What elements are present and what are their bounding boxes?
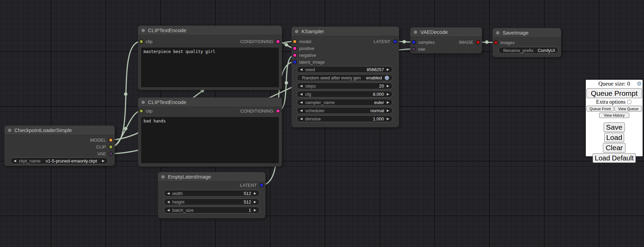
steps-value: 20 <box>379 83 384 89</box>
collapse-dot-icon[interactable] <box>414 30 417 34</box>
queue-prompt-button[interactable]: Queue Prompt <box>586 88 642 98</box>
decrement-arrow-icon[interactable]: ◀ <box>300 68 302 71</box>
filename-prefix-widget[interactable]: filename_prefix ComfyUI <box>498 47 558 54</box>
vae-input-port[interactable] <box>411 47 416 51</box>
increment-arrow-icon[interactable]: ▶ <box>254 192 256 195</box>
negative-prompt-textarea[interactable]: bad hands <box>141 117 279 163</box>
latent-image-input-port[interactable] <box>293 60 297 64</box>
increment-arrow-icon[interactable]: ▶ <box>254 209 256 212</box>
model-input-port[interactable] <box>293 39 297 44</box>
clip-output-port[interactable] <box>109 145 113 149</box>
latent-output-port[interactable] <box>259 183 264 187</box>
output-label: VAE <box>97 151 106 156</box>
node-checkpoint-loader[interactable]: CheckpointLoaderSimple MODEL CLIP VAE ◀ … <box>4 126 115 166</box>
node-clip-text-encode-negative[interactable]: CLIPTextEncode clip CONDITIONING bad han… <box>138 98 282 167</box>
increment-arrow-icon[interactable]: ▶ <box>387 117 389 120</box>
positive-input-port[interactable] <box>293 46 297 51</box>
vae-output-port[interactable] <box>109 152 113 156</box>
image-output-port[interactable] <box>476 40 480 44</box>
node-title-bar[interactable]: CLIPTextEncode <box>138 98 282 107</box>
collapse-dot-icon[interactable] <box>295 30 298 33</box>
output-label: LATENT <box>374 39 391 44</box>
save-button[interactable]: Save <box>604 122 625 132</box>
decrement-arrow-icon[interactable]: ◀ <box>300 101 302 104</box>
collapse-dot-icon[interactable] <box>141 101 145 104</box>
denoise-value: 1.000 <box>373 116 384 121</box>
increment-arrow-icon[interactable]: ▶ <box>387 84 389 88</box>
width-widget[interactable]: ◀ width 512 ▶ <box>164 190 260 197</box>
increment-arrow-icon[interactable]: ▶ <box>387 109 389 112</box>
decrement-arrow-icon[interactable]: ◀ <box>300 117 302 120</box>
node-title-bar[interactable]: SaveImage <box>493 28 561 38</box>
input-label: vae <box>418 47 425 52</box>
node-vae-decode[interactable]: VAEDecode samples IMAGE vae <box>410 27 482 53</box>
node-title-bar[interactable]: CLIPTextEncode <box>138 26 282 35</box>
increment-arrow-icon[interactable]: ▶ <box>387 101 389 104</box>
increment-arrow-icon[interactable]: ▶ <box>102 159 104 162</box>
input-label: negative <box>299 53 316 58</box>
input-label: latent_image <box>299 60 325 65</box>
decrement-arrow-icon[interactable]: ◀ <box>167 209 170 212</box>
settings-gear-icon[interactable]: ⚙ <box>637 80 642 87</box>
steps-widget[interactable]: ◀ steps 20 ▶ <box>297 82 393 89</box>
collapse-dot-icon[interactable] <box>496 31 499 35</box>
scheduler-widget[interactable]: ◀ scheduler normal ▶ <box>297 107 393 114</box>
output-label: CLIP <box>96 144 106 150</box>
batch-size-widget[interactable]: ◀ batch_size 1 ▶ <box>164 207 260 213</box>
denoise-widget[interactable]: ◀ denoise 1.000 ▶ <box>297 115 393 122</box>
queue-front-button[interactable]: Queue Front <box>586 106 614 112</box>
node-title-bar[interactable]: EmptyLatentImage <box>158 172 265 182</box>
collapse-dot-icon[interactable] <box>141 29 145 32</box>
ckpt-name-value: v1-5-pruned-emaonly.ckpt <box>46 158 97 164</box>
load-default-button[interactable]: Load Default <box>593 153 636 163</box>
node-ksampler[interactable]: KSampler model LATENT positive negative <box>292 27 399 127</box>
increment-arrow-icon[interactable]: ▶ <box>254 200 256 204</box>
decrement-arrow-icon[interactable]: ◀ <box>300 84 302 88</box>
increment-arrow-icon[interactable]: ▶ <box>387 68 389 71</box>
input-label: images <box>500 40 515 45</box>
decrement-arrow-icon[interactable]: ◀ <box>14 159 16 162</box>
positive-prompt-textarea[interactable]: masterpiece best quality girl <box>141 48 279 87</box>
clear-button[interactable]: Clear <box>603 143 626 153</box>
node-empty-latent-image[interactable]: EmptyLatentImage LATENT ◀ width 512 ▶ ◀ … <box>158 172 265 218</box>
node-title-bar[interactable]: KSampler <box>292 27 399 36</box>
cfg-widget[interactable]: ◀ cfg 8.000 ▶ <box>297 91 393 98</box>
collapse-dot-icon[interactable] <box>161 175 165 179</box>
conditioning-output-port[interactable] <box>276 109 280 113</box>
samples-input-port[interactable] <box>411 40 416 44</box>
ckpt-name-widget[interactable]: ◀ ckpt_name v1-5-pruned-emaonly.ckpt ▶ <box>10 157 108 164</box>
clip-input-port[interactable] <box>139 109 144 113</box>
sampler-name-widget[interactable]: ◀ sampler_name euler ▶ <box>297 99 393 106</box>
extra-options-checkbox[interactable] <box>627 100 631 104</box>
node-clip-text-encode-positive[interactable]: CLIPTextEncode clip CONDITIONING masterp… <box>138 26 282 90</box>
model-output-port[interactable] <box>109 138 113 142</box>
height-widget[interactable]: ◀ height 512 ▶ <box>164 198 260 205</box>
output-label: CONDITIONING <box>240 39 273 44</box>
link-midpoint-dot <box>124 127 127 130</box>
node-title-bar[interactable]: CheckpointLoaderSimple <box>4 126 115 135</box>
node-title-bar[interactable]: VAEDecode <box>410 27 482 37</box>
seed-widget[interactable]: ◀ seed 8566257 ▶ <box>297 66 393 73</box>
decrement-arrow-icon[interactable]: ◀ <box>300 93 302 96</box>
collapse-dot-icon[interactable] <box>8 129 11 132</box>
view-history-button[interactable]: View History <box>599 113 629 118</box>
load-button[interactable]: Load <box>604 133 624 142</box>
link-midpoint-dot <box>285 81 288 84</box>
decrement-arrow-icon[interactable]: ◀ <box>300 109 302 112</box>
height-value: 512 <box>244 199 251 205</box>
link-midpoint-dot <box>285 43 288 47</box>
negative-input-port[interactable] <box>293 53 297 57</box>
random-seed-toggle-widget[interactable]: Random seed after every gen enabled <box>297 74 393 81</box>
latent-output-port[interactable] <box>393 39 397 44</box>
view-queue-button[interactable]: View Queue <box>615 106 642 112</box>
increment-arrow-icon[interactable]: ▶ <box>387 93 389 96</box>
node-save-image[interactable]: SaveImage images filename_prefix ComfyUI <box>493 28 561 57</box>
toggle-enabled-icon[interactable] <box>385 76 389 80</box>
decrement-arrow-icon[interactable]: ◀ <box>167 192 170 195</box>
clip-input-port[interactable] <box>139 39 144 44</box>
extra-options-row: Extra options <box>586 99 643 105</box>
conditioning-output-port[interactable] <box>276 39 280 44</box>
images-input-port[interactable] <box>494 40 498 45</box>
node-graph-canvas[interactable]: CheckpointLoaderSimple MODEL CLIP VAE ◀ … <box>0 0 644 247</box>
decrement-arrow-icon[interactable]: ◀ <box>167 200 170 204</box>
